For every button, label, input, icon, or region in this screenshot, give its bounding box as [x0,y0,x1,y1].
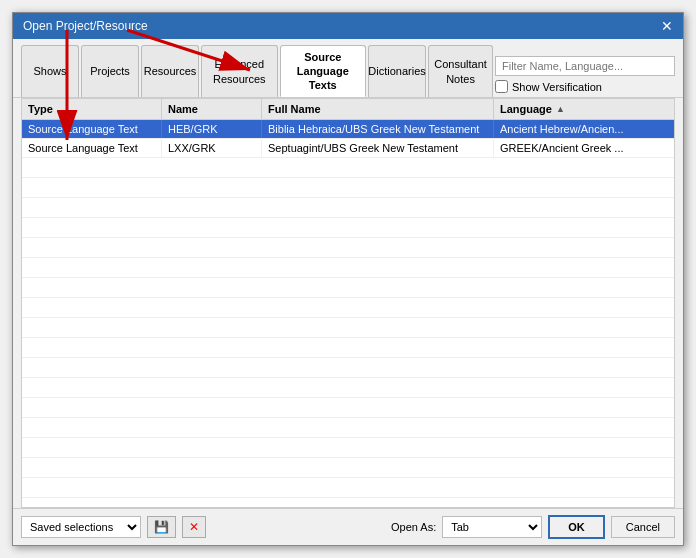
table-row-empty [22,398,674,418]
table-row-empty [22,298,674,318]
col-language: Language ▲ [494,99,674,119]
tab-resources[interactable]: Resources [141,45,199,97]
show-versification-checkbox-row: Show Versification [495,80,602,93]
ok-button[interactable]: OK [548,515,605,539]
table-row-empty [22,318,674,338]
col-name: Name [162,99,262,119]
table-row-empty [22,438,674,458]
dialog-title: Open Project/Resource [23,19,148,33]
filter-area: Show Versification [495,56,675,97]
table-body: Source Language Text HEB/GRK Biblia Hebr… [22,120,674,507]
table-row-empty [22,258,674,278]
results-table: Type Name Full Name Language ▲ Source La… [21,98,675,508]
footer: Saved selections 💾 ✕ Open As: Tab OK Can… [13,508,683,545]
col-full-name: Full Name [262,99,494,119]
table-row[interactable]: Source Language Text LXX/GRK Septuagint/… [22,139,674,158]
open-as-label: Open As: [391,521,436,533]
cell-type: Source Language Text [22,120,162,138]
save-icon: 💾 [154,520,169,534]
table-row-empty [22,498,674,507]
table-row-empty [22,478,674,498]
table-row-empty [22,378,674,398]
cell-language: Ancient Hebrew/Ancien... [494,120,674,138]
tab-dictionaries[interactable]: Dictionaries [368,45,426,97]
tab-shows[interactable]: Shows [21,45,79,97]
toolbar: Shows Projects Resources Enhanced Resour… [13,39,683,98]
cell-type: Source Language Text [22,139,162,157]
show-versification-checkbox[interactable] [495,80,508,93]
col-type: Type [22,99,162,119]
table-row-empty [22,418,674,438]
title-bar: Open Project/Resource ✕ [13,13,683,39]
table-row-empty [22,338,674,358]
table-header: Type Name Full Name Language ▲ [22,99,674,120]
tab-source-language-texts[interactable]: Source Language Texts [280,45,367,97]
delete-icon: ✕ [189,520,199,534]
close-button[interactable]: ✕ [661,19,673,33]
table-row-empty [22,158,674,178]
tab-projects[interactable]: Projects [81,45,139,97]
table-row-empty [22,198,674,218]
filter-input[interactable] [495,56,675,76]
saved-selections-dropdown[interactable]: Saved selections [21,516,141,538]
cell-name: LXX/GRK [162,139,262,157]
table-row[interactable]: Source Language Text HEB/GRK Biblia Hebr… [22,120,674,139]
table-row-empty [22,358,674,378]
cell-name: HEB/GRK [162,120,262,138]
tab-enhanced-resources[interactable]: Enhanced Resources [201,45,278,97]
show-versification-label: Show Versification [512,81,602,93]
table-row-empty [22,278,674,298]
table-row-empty [22,178,674,198]
open-as-dropdown[interactable]: Tab [442,516,542,538]
cell-language: GREEK/Ancient Greek ... [494,139,674,157]
save-selection-button[interactable]: 💾 [147,516,176,538]
table-row-empty [22,238,674,258]
tab-consultant-notes[interactable]: Consultant Notes [428,45,493,97]
sort-arrow-icon: ▲ [556,104,565,114]
table-row-empty [22,458,674,478]
cancel-button[interactable]: Cancel [611,516,675,538]
cell-full-name: Biblia Hebraica/UBS Greek New Testament [262,120,494,138]
cell-full-name: Septuagint/UBS Greek New Testament [262,139,494,157]
delete-selection-button[interactable]: ✕ [182,516,206,538]
table-row-empty [22,218,674,238]
